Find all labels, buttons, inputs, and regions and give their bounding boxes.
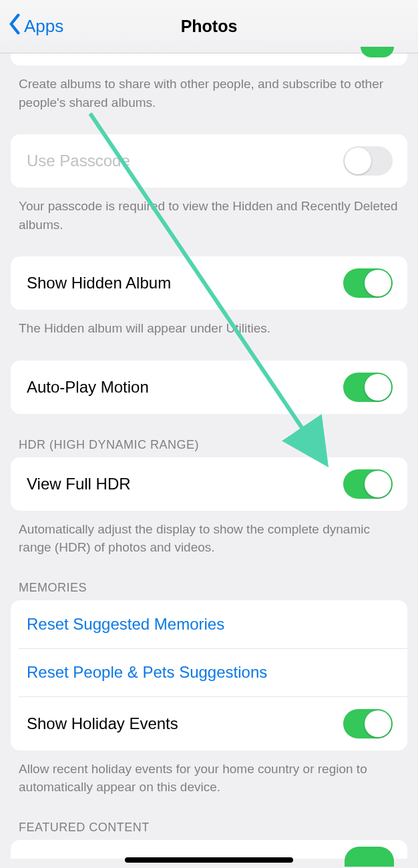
- featured-partial-card: [11, 840, 407, 859]
- back-label: Apps: [24, 16, 63, 37]
- nav-header: Apps Photos: [0, 0, 418, 53]
- hdr-header: HDR (HIGH DYNAMIC RANGE): [0, 414, 418, 457]
- hdr-footer: Automatically adjust the display to show…: [0, 511, 418, 557]
- back-button[interactable]: Apps: [8, 13, 63, 39]
- autoplay-label: Auto-Play Motion: [19, 378, 149, 397]
- chevron-left-icon: [8, 13, 21, 39]
- use-passcode-footer: Your passcode is required to view the Hi…: [0, 188, 418, 234]
- use-passcode-row[interactable]: Use Passcode: [11, 134, 407, 188]
- use-passcode-label: Use Passcode: [19, 152, 130, 170]
- holiday-row[interactable]: Show Holiday Events: [19, 696, 407, 750]
- home-indicator[interactable]: [125, 857, 293, 863]
- hdr-toggle[interactable]: [343, 469, 393, 499]
- featured-header: FEATURED CONTENT: [0, 797, 418, 840]
- toggle-edge-icon: [361, 47, 394, 57]
- holiday-toggle[interactable]: [343, 709, 393, 738]
- reset-memories-label: Reset Suggested Memories: [19, 615, 224, 634]
- reset-memories-row[interactable]: Reset Suggested Memories: [11, 600, 407, 648]
- show-hidden-toggle[interactable]: [343, 268, 393, 298]
- hdr-label: View Full HDR: [19, 475, 131, 493]
- reset-people-label: Reset People & Pets Suggestions: [19, 663, 267, 682]
- hdr-card: View Full HDR: [11, 457, 407, 511]
- memories-header: MEMORIES: [0, 557, 418, 600]
- autoplay-toggle[interactable]: [343, 373, 393, 402]
- autoplay-card: Auto-Play Motion: [11, 361, 407, 414]
- view-full-hdr-row[interactable]: View Full HDR: [11, 457, 407, 511]
- use-passcode-toggle[interactable]: [343, 146, 393, 176]
- show-hidden-label: Show Hidden Album: [19, 274, 171, 292]
- use-passcode-card: Use Passcode: [11, 134, 407, 188]
- memories-card: Reset Suggested Memories Reset People & …: [11, 600, 407, 750]
- autoplay-row[interactable]: Auto-Play Motion: [11, 361, 407, 414]
- show-hidden-card: Show Hidden Album: [11, 256, 407, 310]
- memories-footer: Allow recent holiday events for your hom…: [0, 750, 418, 797]
- sharing-footer: Create albums to share with other people…: [0, 65, 418, 112]
- show-hidden-footer: The Hidden album will appear under Utili…: [0, 310, 418, 338]
- partial-card-top: [11, 53, 407, 65]
- reset-people-row[interactable]: Reset People & Pets Suggestions: [19, 648, 407, 696]
- holiday-label: Show Holiday Events: [19, 714, 178, 733]
- show-hidden-row[interactable]: Show Hidden Album: [11, 256, 407, 310]
- featured-toggle-partial[interactable]: [345, 847, 394, 867]
- page-title: Photos: [181, 17, 238, 36]
